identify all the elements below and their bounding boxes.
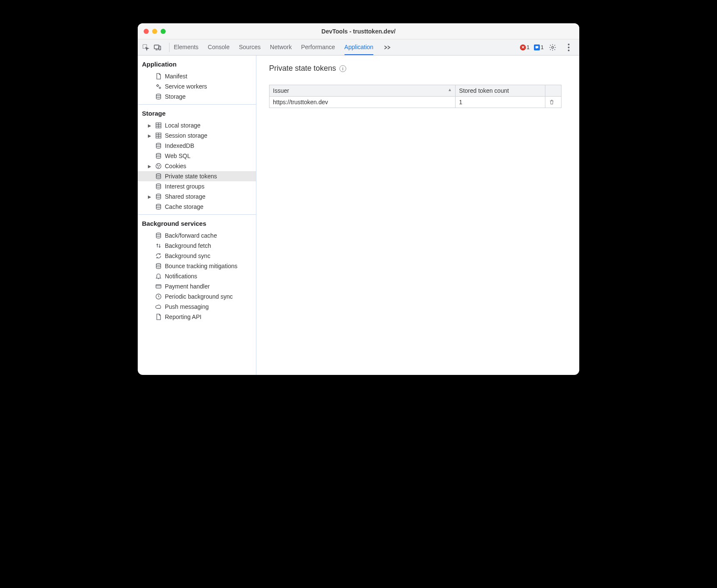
section-title-bg-services: Background services — [138, 215, 256, 230]
grid-icon — [155, 132, 162, 139]
tab-elements[interactable]: Elements — [174, 39, 198, 55]
svg-point-21 — [156, 204, 161, 206]
titlebar: DevTools - trusttoken.dev/ — [138, 23, 579, 39]
svg-rect-2 — [158, 46, 161, 50]
card-icon — [155, 283, 162, 290]
svg-point-9 — [156, 94, 161, 96]
sidebar-item-private-state-tokens[interactable]: Private state tokens — [138, 171, 256, 181]
sidebar-item-reporting-api[interactable]: Reporting API — [138, 312, 256, 322]
sidebar-item-notifications[interactable]: Notifications — [138, 271, 256, 281]
close-window-button[interactable] — [144, 29, 149, 34]
sidebar-item-label: Back/forward cache — [165, 232, 217, 239]
expand-arrow-icon[interactable]: ▶ — [148, 123, 152, 128]
more-tabs-icon[interactable] — [383, 43, 392, 52]
error-icon: ✕ — [520, 44, 526, 50]
sidebar-item-bounce-tracking[interactable]: Bounce tracking mitigations — [138, 261, 256, 271]
sidebar-item-label: Storage — [165, 93, 186, 100]
sidebar-item-label: Background fetch — [165, 242, 211, 249]
sidebar-item-background-fetch[interactable]: Background fetch — [138, 241, 256, 251]
table-row[interactable]: https://trusttoken.dev 1 — [270, 97, 561, 108]
sidebar-item-bf-cache[interactable]: Back/forward cache — [138, 230, 256, 241]
sidebar-item-indexeddb[interactable]: IndexedDB — [138, 141, 256, 151]
cloud-icon — [155, 303, 162, 311]
sidebar-item-session-storage[interactable]: ▶ Session storage — [138, 130, 256, 141]
col-actions — [545, 85, 561, 97]
devtools-window: DevTools - trusttoken.dev/ Elements Cons… — [138, 23, 579, 375]
kebab-menu-icon[interactable] — [564, 43, 573, 52]
database-icon — [155, 183, 162, 190]
sidebar-item-payment-handler[interactable]: Payment handler — [138, 281, 256, 291]
tab-console[interactable]: Console — [208, 39, 229, 55]
sidebar-item-storage[interactable]: Storage — [138, 92, 256, 102]
svg-point-6 — [568, 50, 570, 51]
svg-point-14 — [156, 164, 161, 169]
sidebar-item-label: Periodic background sync — [165, 293, 233, 300]
tab-network[interactable]: Network — [270, 39, 292, 55]
svg-point-20 — [156, 194, 161, 196]
file-icon — [155, 313, 162, 321]
minimize-window-button[interactable] — [152, 29, 157, 34]
message-icon — [534, 44, 540, 50]
expand-arrow-icon[interactable]: ▶ — [148, 133, 152, 138]
sidebar-item-label: Session storage — [165, 132, 207, 139]
grid-icon — [155, 122, 162, 129]
device-toggle-icon[interactable] — [153, 43, 162, 52]
svg-point-8 — [159, 87, 161, 89]
expand-arrow-icon[interactable]: ▶ — [148, 194, 152, 199]
sidebar-item-service-workers[interactable]: Service workers — [138, 81, 256, 92]
database-icon — [155, 152, 162, 160]
expand-arrow-icon[interactable]: ▶ — [148, 164, 152, 169]
panel-title-text: Private state tokens — [269, 64, 336, 73]
tokens-table: Issuer ▲ Stored token count https://trus… — [269, 85, 561, 108]
svg-rect-24 — [156, 285, 161, 288]
sidebar-item-label: Background sync — [165, 252, 210, 259]
cell-delete[interactable] — [545, 97, 561, 108]
sidebar-item-local-storage[interactable]: ▶ Local storage — [138, 120, 256, 130]
sidebar-item-cache-storage[interactable]: Cache storage — [138, 202, 256, 212]
sidebar-item-manifest[interactable]: Manifest — [138, 71, 256, 81]
sidebar-item-label: Cookies — [165, 163, 186, 169]
database-icon — [155, 93, 162, 100]
error-count: 1 — [527, 44, 530, 50]
svg-point-4 — [568, 44, 570, 45]
updown-arrows-icon — [155, 242, 162, 250]
sidebar-item-label: Push messaging — [165, 303, 209, 310]
settings-icon[interactable] — [548, 43, 557, 52]
devtools-toolbar: Elements Console Sources Network Perform… — [138, 39, 579, 55]
database-icon — [155, 172, 162, 180]
message-badge[interactable]: 1 — [534, 44, 544, 50]
col-issuer[interactable]: Issuer ▲ — [270, 85, 456, 97]
database-icon — [155, 193, 162, 200]
database-icon — [155, 262, 162, 270]
sidebar-item-shared-storage[interactable]: ▶ Shared storage — [138, 191, 256, 202]
info-icon[interactable]: i — [339, 65, 346, 72]
gears-icon — [155, 83, 162, 90]
svg-point-3 — [552, 46, 554, 48]
sidebar-item-cookies[interactable]: ▶ Cookies — [138, 161, 256, 171]
maximize-window-button[interactable] — [161, 29, 166, 34]
tab-sources[interactable]: Sources — [239, 39, 261, 55]
sidebar-item-label: Reporting API — [165, 313, 201, 320]
panel-tabs: Elements Console Sources Network Perform… — [174, 39, 392, 55]
sidebar-item-interest-groups[interactable]: Interest groups — [138, 181, 256, 191]
sidebar-item-background-sync[interactable]: Background sync — [138, 251, 256, 261]
tab-application[interactable]: Application — [345, 39, 374, 55]
sidebar-item-periodic-sync[interactable]: Periodic background sync — [138, 291, 256, 302]
toolbar-right: ✕ 1 1 — [520, 43, 576, 52]
sidebar-item-label: Cache storage — [165, 203, 203, 210]
svg-point-22 — [156, 233, 161, 235]
main-panel: Private state tokens i Issuer ▲ Stored t… — [256, 55, 579, 375]
sidebar-item-push-messaging[interactable]: Push messaging — [138, 302, 256, 312]
database-icon — [155, 232, 162, 239]
sidebar-item-websql[interactable]: Web SQL — [138, 151, 256, 161]
col-count[interactable]: Stored token count — [456, 85, 545, 97]
traffic-lights — [144, 29, 166, 34]
inspect-icon[interactable] — [141, 43, 150, 52]
sidebar-item-label: Bounce tracking mitigations — [165, 263, 237, 269]
col-header-text: Stored token count — [459, 87, 509, 94]
sidebar-item-label: Payment handler — [165, 283, 210, 290]
svg-point-5 — [568, 47, 570, 48]
tab-performance[interactable]: Performance — [301, 39, 335, 55]
svg-point-12 — [156, 143, 161, 145]
error-badge[interactable]: ✕ 1 — [520, 44, 530, 50]
